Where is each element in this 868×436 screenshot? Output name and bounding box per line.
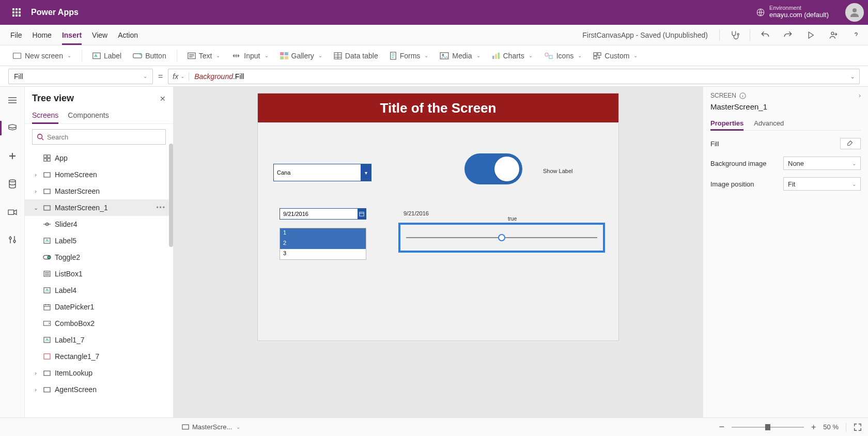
tree-listbox1[interactable]: ListBox1	[25, 266, 173, 282]
button-control-label: Button	[145, 52, 166, 60]
icons-dropdown[interactable]: Icons⌄	[540, 50, 586, 62]
help-icon[interactable]	[848, 27, 864, 43]
chevron-down-icon[interactable]: ▾	[361, 164, 371, 181]
tree-label5[interactable]: Label5	[25, 232, 173, 249]
tree-view-icon[interactable]	[4, 120, 21, 136]
svg-rect-22	[598, 52, 601, 55]
imgpos-select[interactable]: Fit⌄	[783, 177, 861, 191]
undo-icon[interactable]	[757, 27, 773, 43]
formula-input[interactable]: fx⌄ Background.Fill ⌄	[168, 69, 860, 84]
property-selector[interactable]: Fill ⌄	[8, 69, 153, 84]
listbox-item-1[interactable]: 1	[280, 228, 366, 239]
redo-icon[interactable]	[780, 27, 796, 43]
tree-agentscreen[interactable]: › AgentScreen	[25, 381, 173, 398]
tree-combobox2[interactable]: ComboBox2	[25, 315, 173, 332]
tree-app-label: App	[55, 154, 68, 162]
custom-dropdown[interactable]: Custom⌄	[589, 50, 642, 62]
listbox-item-3[interactable]: 3	[280, 249, 366, 259]
user-avatar[interactable]	[845, 3, 864, 22]
tree-slider4-label: Slider4	[55, 220, 78, 228]
share-icon[interactable]	[826, 27, 841, 43]
slider-track[interactable]	[406, 237, 597, 238]
text-dropdown[interactable]: Text⌄	[183, 50, 225, 62]
zoom-in-icon[interactable]: +	[811, 423, 816, 432]
add-icon[interactable]	[4, 148, 21, 164]
menu-file[interactable]: File	[10, 25, 22, 45]
app-icon	[42, 154, 52, 162]
charts-dropdown[interactable]: Charts⌄	[488, 50, 537, 62]
play-icon[interactable]	[803, 27, 818, 43]
menu-action[interactable]: Action	[118, 25, 138, 45]
canvas-screen[interactable]: Title of the Screen ▾ Show Label 9/21/20…	[257, 93, 619, 341]
gallery-dropdown[interactable]: Gallery⌄	[276, 50, 327, 62]
search-field[interactable]	[47, 133, 161, 141]
date-label[interactable]: 9/21/2016	[404, 210, 429, 216]
tree-masterscreen[interactable]: › MasterScreen	[25, 183, 173, 199]
zoom-out-icon[interactable]: −	[719, 422, 724, 432]
canvas-area[interactable]: Title of the Screen ▾ Show Label 9/21/20…	[174, 87, 703, 417]
tree-scrollbar[interactable]	[169, 144, 173, 247]
forms-dropdown[interactable]: Forms⌄	[385, 50, 433, 62]
bgimage-select[interactable]: None⌄	[783, 157, 861, 170]
formula-expand-icon[interactable]: ⌄	[850, 73, 855, 80]
button-control[interactable]: Button	[129, 50, 170, 62]
media-rail-icon[interactable]	[4, 204, 21, 220]
zoom-slider[interactable]	[732, 427, 804, 428]
calendar-icon[interactable]	[358, 209, 366, 219]
tree-label1-7[interactable]: Label1_7	[25, 332, 173, 348]
canvas-listbox[interactable]: 1 2 3	[280, 228, 366, 260]
data-icon[interactable]	[4, 176, 21, 192]
canvas-datepicker[interactable]	[280, 208, 366, 220]
chevron-right-icon[interactable]: ›	[859, 92, 861, 99]
stethoscope-icon[interactable]	[727, 27, 742, 43]
new-screen-button[interactable]: New screen⌄	[8, 50, 75, 62]
close-icon[interactable]: ✕	[160, 95, 166, 103]
svg-rect-21	[594, 52, 597, 55]
screen-icon	[182, 424, 189, 430]
screen-selector[interactable]: MasterScre... ⌄	[182, 423, 240, 431]
tree-toggle2[interactable]: Toggle2	[25, 249, 173, 266]
tree-itemlookup[interactable]: › ItemLookup	[25, 365, 173, 381]
menu-insert[interactable]: Insert	[62, 25, 82, 45]
zoom-thumb[interactable]	[765, 424, 770, 430]
tree-label4[interactable]: Label4	[25, 282, 173, 299]
table-icon	[334, 52, 342, 59]
waffle-menu-icon[interactable]	[4, 0, 29, 25]
media-dropdown[interactable]: Media⌄	[436, 50, 484, 62]
listbox-item-2[interactable]: 2	[280, 239, 366, 249]
tree-app[interactable]: App	[25, 150, 173, 166]
tree-rectangle1-7[interactable]: Rectangle1_7	[25, 348, 173, 365]
more-icon[interactable]: •••	[156, 204, 169, 211]
tree-datepicker1[interactable]: DatePicker1	[25, 299, 173, 315]
datepicker-input[interactable]	[280, 209, 358, 219]
canvas-slider-selected[interactable]	[398, 223, 605, 253]
true-label[interactable]: true	[508, 216, 517, 222]
canvas-toggle[interactable]	[464, 153, 522, 184]
fullscreen-icon[interactable]	[854, 423, 862, 431]
tree-homescreen[interactable]: › HomeScreen	[25, 166, 173, 183]
tab-components[interactable]: Components	[68, 107, 109, 123]
data-table-button[interactable]: Data table	[330, 50, 382, 62]
tree-masterscreen1[interactable]: ⌄ MasterScreen_1 •••	[25, 199, 173, 216]
tab-screens[interactable]: Screens	[32, 107, 58, 123]
menu-view[interactable]: View	[92, 25, 107, 45]
menu-home[interactable]: Home	[33, 25, 52, 45]
environment-selector[interactable]: Environment enayu.com (default)	[756, 5, 837, 20]
info-icon[interactable]	[739, 92, 746, 99]
search-input[interactable]	[32, 129, 166, 145]
fill-color-picker[interactable]	[840, 138, 861, 149]
tab-advanced[interactable]: Advanced	[754, 116, 784, 130]
screen-title-bar[interactable]: Title of the Screen	[258, 94, 618, 122]
svg-point-24	[9, 180, 16, 182]
label-button[interactable]: Label	[88, 50, 126, 62]
canvas-combobox[interactable]: ▾	[273, 164, 371, 181]
screen-node-icon	[42, 205, 52, 211]
show-label-text[interactable]: Show Label	[543, 168, 573, 174]
combobox-input[interactable]	[274, 164, 361, 181]
input-dropdown[interactable]: Input⌄	[227, 50, 272, 62]
tree-slider4[interactable]: Slider4	[25, 216, 173, 232]
settings-icon[interactable]	[4, 231, 21, 248]
hamburger-icon[interactable]	[4, 92, 21, 108]
tab-properties[interactable]: Properties	[710, 116, 743, 130]
slider-thumb[interactable]	[498, 234, 505, 241]
